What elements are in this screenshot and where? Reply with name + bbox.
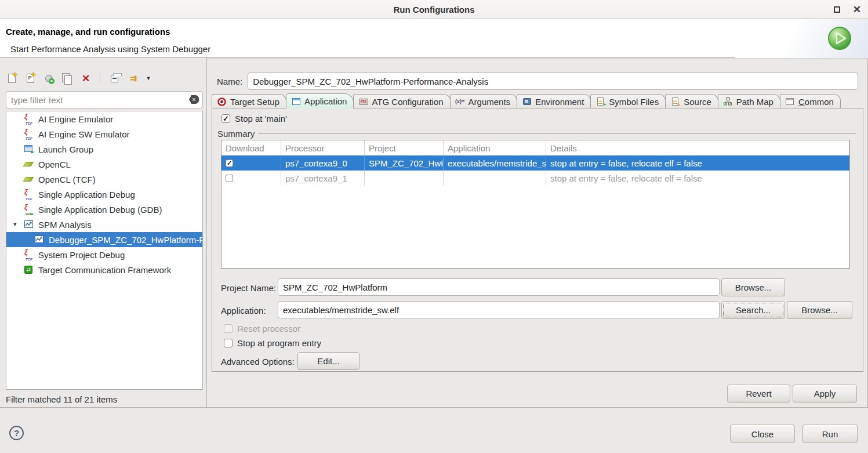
title-bar: Run Configurations ✕ xyxy=(0,0,868,19)
new-prototype-icon[interactable]: P✦ xyxy=(23,71,37,85)
tree-item-target-communication-framework[interactable]: ⇄ Target Communication Framework xyxy=(6,262,202,277)
summary-group: Summary xyxy=(217,129,856,139)
tcf-icon: ξTCF xyxy=(24,250,35,260)
sidebar-toolbar: ✦ P✦ ➜ ✕ ⇉ ▼ xyxy=(5,71,152,86)
page-subtitle: Start Performance Analysis using System … xyxy=(10,44,210,54)
name-input[interactable] xyxy=(248,73,858,90)
target-communication-framework-icon: ⇄ xyxy=(24,265,35,275)
arguments-icon: (x)= xyxy=(455,97,465,106)
environment-icon xyxy=(522,97,532,106)
tab-source[interactable]: ✎ Source xyxy=(665,94,718,108)
tab-environment[interactable]: Environment xyxy=(517,94,591,108)
tab-arguments[interactable]: (x)= Arguments xyxy=(450,94,518,108)
opencl-icon xyxy=(24,160,35,169)
filter-configurations-icon[interactable]: ⇉ xyxy=(126,71,140,85)
tcf-icon: ξTCF xyxy=(24,190,35,200)
tab-bar: Target Setup Application ATG ATG Configu… xyxy=(212,93,840,108)
new-configuration-icon[interactable]: ✦ xyxy=(5,71,19,85)
application-label: Application: xyxy=(221,306,266,316)
toolbar-separator xyxy=(100,73,100,84)
project-browse-button[interactable]: Browse... xyxy=(721,278,785,296)
summary-table: Download Processor Project Application D… xyxy=(221,140,850,269)
expander-icon[interactable]: ▾ xyxy=(13,220,17,228)
spm-analysis-icon xyxy=(34,235,45,245)
tab-common[interactable]: Common xyxy=(780,94,841,108)
dialog-footer: ? Close Run xyxy=(0,407,868,453)
common-icon xyxy=(785,97,795,106)
tree-item-opencl-tcf[interactable]: OpenCL (TCF) xyxy=(6,172,202,187)
target-setup-icon xyxy=(217,97,227,106)
close-button[interactable]: Close xyxy=(730,425,795,443)
application-tab-content: ✓ Stop at 'main' Summary Download Proces… xyxy=(212,108,863,372)
help-icon[interactable]: ? xyxy=(9,426,24,440)
application-icon xyxy=(291,97,301,106)
tree-item-system-project-debug[interactable]: ξTCF System Project Debug xyxy=(6,247,202,262)
tab-symbol-files[interactable]: + Symbol Files xyxy=(590,94,666,108)
delete-configuration-icon[interactable]: ✕ xyxy=(79,71,93,85)
tree-item-ai-engine-emulator[interactable]: ξTCF AI Engine Emulator xyxy=(6,111,202,126)
filter-status-text: Filter matched 11 of 21 items xyxy=(6,394,203,404)
tree-item-launch-group[interactable]: Launch Group xyxy=(6,142,202,157)
path-map-icon xyxy=(723,97,733,106)
run-button[interactable]: Run xyxy=(802,425,858,443)
tab-atg-configuration[interactable]: ATG ATG Configuration xyxy=(353,94,450,108)
column-header-download[interactable]: Download xyxy=(221,140,281,155)
tab-application[interactable]: Application xyxy=(286,93,354,108)
atg-configuration-icon: ATG xyxy=(358,97,368,106)
tree-item-single-application-debug-gdb[interactable]: ξGDB Single Application Debug (GDB) xyxy=(6,202,202,217)
page-title: Create, manage, and run configurations xyxy=(6,27,170,37)
stop-at-program-entry-checkbox[interactable]: Stop at program entry xyxy=(224,338,321,348)
download-checkbox[interactable] xyxy=(226,175,233,182)
window-title: Run Configurations xyxy=(394,5,475,15)
application-browse-button[interactable]: Browse... xyxy=(787,301,852,319)
table-row[interactable]: ✓ ps7_cortexa9_0 SPM_ZC_702_HwPlatform e… xyxy=(221,155,849,171)
dialog-header: Create, manage, and run configurations S… xyxy=(0,19,868,58)
application-search-button[interactable]: Search... xyxy=(721,301,785,319)
tree-item-spm-analysis[interactable]: ▾ SPM Analysis xyxy=(6,217,202,232)
tcf-icon: ξTCF xyxy=(24,114,35,124)
table-row[interactable]: ps7_cortexa9_1 stop at entry = false, re… xyxy=(221,171,849,186)
column-header-application[interactable]: Application xyxy=(444,140,546,155)
tree-item-ai-engine-sw-emulator[interactable]: ξTCF AI Engine SW Emulator xyxy=(6,126,202,142)
tree-item-single-application-debug[interactable]: ξTCF Single Application Debug xyxy=(6,187,202,202)
summary-table-header: Download Processor Project Application D… xyxy=(221,140,849,155)
tab-path-map[interactable]: Path Map xyxy=(718,94,780,108)
column-header-details[interactable]: Details xyxy=(546,140,849,155)
collapse-all-icon[interactable] xyxy=(107,71,121,85)
download-checkbox[interactable]: ✓ xyxy=(226,160,233,167)
maximize-icon[interactable] xyxy=(834,6,840,13)
revert-button[interactable]: Revert xyxy=(727,385,790,403)
symbol-files-icon: + xyxy=(595,97,605,106)
advanced-options-edit-button[interactable]: Edit... xyxy=(297,352,359,370)
duplicate-configuration-icon[interactable] xyxy=(60,71,74,85)
export-configurations-icon[interactable]: ➜ xyxy=(42,71,56,85)
filter-input[interactable] xyxy=(6,91,203,108)
tree-item-debugger-spm-configuration[interactable]: Debugger_SPM_ZC_702_HwPlatform-Performan… xyxy=(6,232,202,247)
stop-at-main-checkbox[interactable]: ✓ Stop at 'main' xyxy=(221,114,287,124)
tcf-icon: ξTCF xyxy=(24,129,35,139)
opencl-icon xyxy=(24,175,35,184)
column-header-processor[interactable]: Processor xyxy=(281,140,365,155)
project-name-label: Project Name: xyxy=(221,283,276,293)
project-name-input[interactable] xyxy=(278,278,720,296)
gdb-icon: ξGDB xyxy=(24,205,35,215)
apply-button[interactable]: Apply xyxy=(793,385,857,403)
tab-target-setup[interactable]: Target Setup xyxy=(212,94,286,108)
configuration-tree: ξTCF AI Engine Emulator ξTCF AI Engine S… xyxy=(6,111,203,390)
view-menu-icon[interactable]: ▼ xyxy=(144,71,152,85)
launch-group-icon xyxy=(24,144,35,154)
reset-processor-checkbox: Reset processor xyxy=(224,324,300,334)
application-input[interactable] xyxy=(278,301,720,318)
column-header-project[interactable]: Project xyxy=(365,140,444,155)
run-play-icon xyxy=(827,26,852,51)
name-label: Name: xyxy=(217,77,242,86)
source-icon: ✎ xyxy=(670,97,680,106)
spm-analysis-icon xyxy=(24,220,35,230)
advanced-options-label: Advanced Options: xyxy=(221,357,295,367)
configuration-panel: Name: Target Setup Application ATG ATG C… xyxy=(207,58,868,407)
sidebar: ✦ P✦ ➜ ✕ ⇉ ▼ ✕ ξTCF AI Engine Emulat xyxy=(0,58,207,407)
close-icon[interactable]: ✕ xyxy=(853,5,861,15)
tree-item-opencl[interactable]: OpenCL xyxy=(6,157,202,172)
